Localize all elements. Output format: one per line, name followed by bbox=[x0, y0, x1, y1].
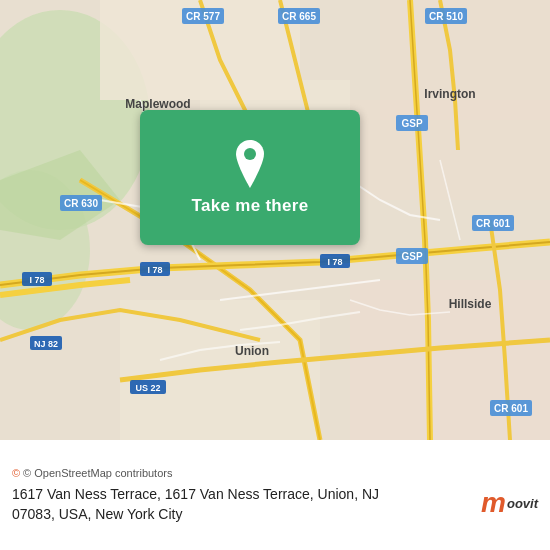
svg-text:Union: Union bbox=[235, 344, 269, 358]
svg-text:CR 665: CR 665 bbox=[282, 11, 316, 22]
svg-text:NJ 82: NJ 82 bbox=[34, 339, 58, 349]
svg-text:I 78: I 78 bbox=[147, 265, 162, 275]
copyright-text: © OpenStreetMap contributors bbox=[23, 467, 172, 479]
svg-text:I 78: I 78 bbox=[327, 257, 342, 267]
svg-text:GSP: GSP bbox=[401, 118, 422, 129]
address-row: 1617 Van Ness Terrace, 1617 Van Ness Ter… bbox=[12, 485, 538, 524]
svg-text:CR 577: CR 577 bbox=[186, 11, 220, 22]
svg-text:CR 630: CR 630 bbox=[64, 198, 98, 209]
svg-text:CR 510: CR 510 bbox=[429, 11, 463, 22]
svg-rect-7 bbox=[350, 100, 550, 200]
take-me-there-button[interactable]: Take me there bbox=[192, 196, 309, 216]
svg-text:CR 601: CR 601 bbox=[494, 403, 528, 414]
svg-text:Maplewood: Maplewood bbox=[125, 97, 190, 111]
svg-text:GSP: GSP bbox=[401, 251, 422, 262]
svg-text:I 78: I 78 bbox=[29, 275, 44, 285]
address-text: 1617 Van Ness Terrace, 1617 Van Ness Ter… bbox=[12, 485, 402, 524]
moovit-m-letter: m bbox=[481, 487, 506, 519]
copyright-row: © © OpenStreetMap contributors bbox=[12, 467, 538, 479]
svg-point-40 bbox=[244, 148, 256, 160]
bottom-info-bar: © © OpenStreetMap contributors 1617 Van … bbox=[0, 440, 550, 550]
location-pin-icon bbox=[230, 140, 270, 188]
map-view: CR 577 CR 665 CR 510 CR 630 GSP GSP I 78… bbox=[0, 0, 550, 440]
moovit-logo: m oovit bbox=[481, 487, 538, 519]
svg-text:Hillside: Hillside bbox=[449, 297, 492, 311]
svg-text:CR 601: CR 601 bbox=[476, 218, 510, 229]
svg-text:Irvington: Irvington bbox=[424, 87, 475, 101]
take-me-there-overlay[interactable]: Take me there bbox=[140, 110, 360, 245]
svg-text:US 22: US 22 bbox=[135, 383, 160, 393]
copyright-icon: © bbox=[12, 467, 20, 479]
moovit-wordmark: oovit bbox=[507, 496, 538, 511]
